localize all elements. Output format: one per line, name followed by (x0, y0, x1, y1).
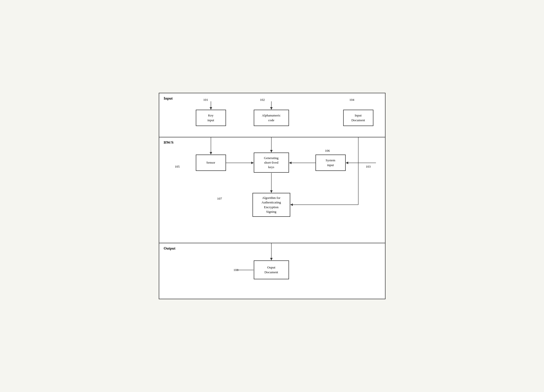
svg-marker-3 (270, 107, 273, 110)
algorithm-box: Algorithm forAuthenticatingEncryptionSig… (252, 193, 290, 217)
svg-marker-16 (290, 203, 293, 206)
alphanumeric-code-box: Alphanumericcode (254, 110, 289, 126)
svg-marker-11 (289, 162, 292, 164)
output-document-box: OuputDocument (254, 260, 289, 279)
input-section: Input 101 102 104 Keyinput Alphanumericc… (159, 93, 385, 137)
ref-103: 103 (366, 165, 371, 169)
svg-marker-13 (346, 162, 348, 164)
output-label: Output (164, 246, 176, 251)
diagram-wrapper: Input 101 102 104 Keyinput Alphanumericc… (159, 93, 386, 299)
input-label: Input (164, 96, 173, 101)
svg-marker-20 (270, 258, 273, 260)
ref-107: 107 (217, 197, 222, 201)
hws-label: HW/S (164, 140, 174, 145)
ref-105: 105 (175, 165, 180, 169)
svg-marker-9 (251, 162, 254, 164)
svg-marker-18 (270, 190, 273, 193)
ref-101: 101 (203, 98, 208, 102)
output-section: Output 108 OuputDocument (159, 243, 385, 299)
ref-106: 106 (325, 149, 330, 153)
ref-108: 108 (234, 268, 239, 272)
svg-marker-5 (210, 152, 212, 155)
input-document-box: InputDocument (343, 110, 373, 126)
system-input-box: Systeminput (315, 155, 346, 171)
svg-marker-1 (210, 107, 212, 110)
sensor-box: Sensor (196, 155, 226, 171)
hws-section: HW/S 106 105 103 107 Sensor Generatingsh… (159, 137, 385, 243)
ref-102: 102 (260, 98, 265, 102)
ref-104: 104 (349, 98, 355, 102)
generating-keys-box: Generatingshort-livedkeys (254, 153, 289, 173)
svg-marker-7 (270, 150, 273, 153)
key-input-box: Keyinput (196, 110, 226, 126)
